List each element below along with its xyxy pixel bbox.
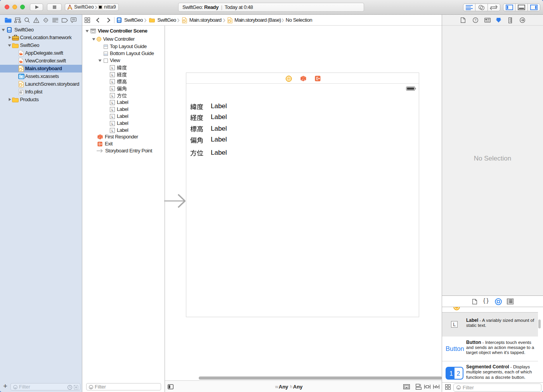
svg-text:L: L [111, 73, 113, 77]
svg-text:?: ? [474, 18, 476, 22]
svg-text:L: L [111, 122, 113, 126]
svg-text:L: L [111, 80, 113, 84]
svg-text:2: 2 [456, 370, 460, 377]
svg-text:L: L [111, 115, 113, 119]
svg-text:L: L [111, 87, 113, 91]
svg-text:L: L [111, 66, 113, 70]
svg-text:0: 0 [99, 136, 100, 139]
svg-text:1: 1 [449, 370, 453, 377]
svg-text:L: L [111, 94, 113, 98]
svg-text:1: 1 [101, 137, 102, 139]
svg-text:L: L [453, 322, 456, 327]
svg-text:L: L [111, 129, 113, 133]
svg-text:L: L [111, 108, 113, 112]
svg-text:L: L [111, 101, 113, 105]
